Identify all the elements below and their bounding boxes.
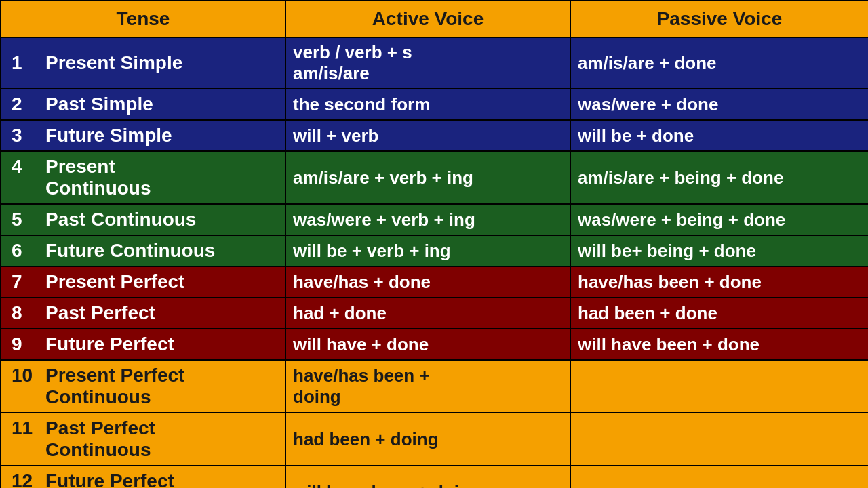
active-cell-1: verb / verb + s am/is/are bbox=[285, 37, 570, 89]
passive-cell-3: will be + done bbox=[570, 120, 868, 151]
active-cell-8: had + done bbox=[285, 298, 570, 329]
passive-cell-1: am/is/are + done bbox=[570, 37, 868, 89]
active-cell-10: have/has been + doing bbox=[285, 360, 570, 413]
active-cell-2: the second form bbox=[285, 89, 570, 120]
tense-cell-2: 2Past Simple bbox=[1, 89, 285, 120]
passive-cell-11 bbox=[570, 413, 868, 466]
tense-cell-6: 6Future Continuous bbox=[1, 235, 285, 266]
table-row: 10Present Perfect Continuoushave/has bee… bbox=[1, 360, 868, 413]
table-row: 11Past Perfect Continuoushad been + doin… bbox=[1, 413, 868, 466]
tense-cell-1: 1Present Simple bbox=[1, 37, 285, 89]
table-row: 2Past Simplethe second formwas/were + do… bbox=[1, 89, 868, 120]
passive-cell-8: had been + done bbox=[570, 298, 868, 329]
tense-cell-8: 8Past Perfect bbox=[1, 298, 285, 329]
active-cell-11: had been + doing bbox=[285, 413, 570, 466]
passive-cell-5: was/were + being + done bbox=[570, 204, 868, 235]
passive-cell-9: will have been + done bbox=[570, 329, 868, 360]
tense-cell-11: 11Past Perfect Continuous bbox=[1, 413, 285, 466]
passive-cell-6: will be+ being + done bbox=[570, 235, 868, 266]
passive-cell-12 bbox=[570, 466, 868, 488]
active-cell-7: have/has + done bbox=[285, 266, 570, 298]
header-row: Tense Active Voice Passive Voice bbox=[1, 1, 868, 37]
table-row: 3Future Simplewill + verbwill be + done bbox=[1, 120, 868, 151]
active-cell-4: am/is/are + verb + ing bbox=[285, 151, 570, 204]
tense-cell-4: 4Present Continuous bbox=[1, 151, 285, 204]
header-passive: Passive Voice bbox=[570, 1, 868, 37]
passive-cell-10 bbox=[570, 360, 868, 413]
table-row: 8Past Perfecthad + donehad been + done bbox=[1, 298, 868, 329]
table-row: 6Future Continuouswill be + verb + ingwi… bbox=[1, 235, 868, 266]
active-cell-9: will have + done bbox=[285, 329, 570, 360]
header-tense: Tense bbox=[1, 1, 285, 37]
active-cell-3: will + verb bbox=[285, 120, 570, 151]
passive-cell-4: am/is/are + being + done bbox=[570, 151, 868, 204]
header-active: Active Voice bbox=[285, 1, 570, 37]
table-row: 7Present Perfecthave/has + donehave/has … bbox=[1, 266, 868, 298]
passive-cell-2: was/were + done bbox=[570, 89, 868, 120]
table-row: 4Present Continuousam/is/are + verb + in… bbox=[1, 151, 868, 204]
tense-cell-5: 5Past Continuous bbox=[1, 204, 285, 235]
tense-cell-10: 10Present Perfect Continuous bbox=[1, 360, 285, 413]
passive-cell-7: have/has been + done bbox=[570, 266, 868, 298]
active-cell-6: will be + verb + ing bbox=[285, 235, 570, 266]
table-row: 9Future Perfectwill have + donewill have… bbox=[1, 329, 868, 360]
table-row: 12Future Perfect Continuouswill have bee… bbox=[1, 466, 868, 488]
active-cell-12: will have been + doing bbox=[285, 466, 570, 488]
table-row: 1Present Simpleverb / verb + s am/is/are… bbox=[1, 37, 868, 89]
active-cell-5: was/were + verb + ing bbox=[285, 204, 570, 235]
tense-cell-3: 3Future Simple bbox=[1, 120, 285, 151]
tense-cell-9: 9Future Perfect bbox=[1, 329, 285, 360]
tense-cell-7: 7Present Perfect bbox=[1, 266, 285, 298]
tense-cell-12: 12Future Perfect Continuous bbox=[1, 466, 285, 488]
table-row: 5Past Continuouswas/were + verb + ingwas… bbox=[1, 204, 868, 235]
